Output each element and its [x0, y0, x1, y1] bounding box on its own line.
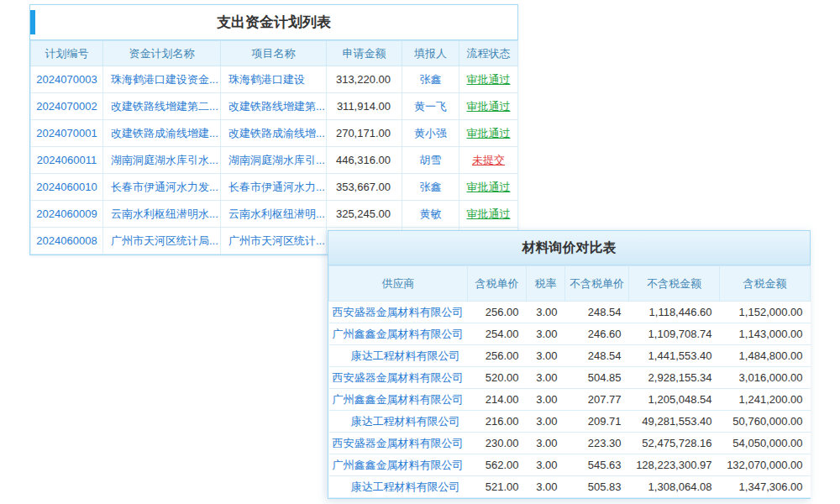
expense-fund-plan-table: 计划编号资金计划名称项目名称申请金额填报人流程状态2024070003珠海鹤港口…: [30, 40, 518, 255]
header-row: 计划编号资金计划名称项目名称申请金额填报人流程状态: [31, 41, 518, 66]
cell-status[interactable]: 审批通过: [459, 120, 518, 147]
column-header-status: 流程状态: [459, 41, 518, 66]
cell-plan-no[interactable]: 2024060008: [31, 228, 103, 255]
cell-fund-plan-name[interactable]: 广州市天河区统计局...: [103, 228, 221, 255]
cell-fund-plan-name[interactable]: 珠海鹤港口建设资金...: [103, 66, 221, 93]
cell-tax-incl-price: 520.00: [468, 367, 527, 389]
cell-tax-excl-amount: 128,223,300.97: [629, 454, 720, 476]
title-accent-bar: [30, 10, 35, 34]
table-row: 广州鑫鑫金属材料有限公司254.003.00246.601,109,708.74…: [329, 323, 811, 345]
column-header-plan-no: 计划编号: [31, 41, 103, 66]
cell-supplier[interactable]: 广州鑫鑫金属材料有限公司: [329, 389, 468, 411]
cell-status[interactable]: 审批通过: [459, 66, 518, 93]
cell-tax-incl-amount: 1,347,306.00: [720, 476, 811, 498]
expense-fund-plan-title-row: 支出资金计划列表: [30, 5, 517, 40]
cell-supplier[interactable]: 西安盛器金属材料有限公司: [329, 433, 468, 454]
cell-tax-incl-price: 256.00: [468, 345, 527, 367]
cell-project-name[interactable]: 湖南洞庭湖水库引...: [221, 147, 327, 174]
cell-filler[interactable]: 胡雪: [402, 147, 459, 174]
cell-tax-incl-amount: 54,050,000.00: [720, 433, 811, 454]
cell-tax-excl-price: 248.54: [565, 345, 629, 367]
cell-tax-excl-amount: 1,205,048.54: [629, 389, 720, 411]
cell-tax-excl-price: 223.30: [565, 433, 629, 454]
cell-project-name[interactable]: 云南水利枢纽潜明...: [221, 201, 327, 228]
cell-plan-no[interactable]: 2024060010: [31, 174, 103, 201]
cell-tax-incl-price: 216.00: [468, 411, 527, 433]
cell-plan-no[interactable]: 2024060011: [31, 147, 103, 174]
table-row: 西安盛器金属材料有限公司256.003.00248.541,118,446.60…: [329, 302, 811, 323]
cell-tax-excl-amount: 49,281,553.40: [629, 411, 720, 433]
cell-filler[interactable]: 黄敏: [402, 201, 459, 228]
table-row: 广州鑫鑫金属材料有限公司214.003.00207.771,205,048.54…: [329, 389, 811, 411]
cell-apply-amount: 325,245.00: [327, 201, 402, 228]
cell-tax-incl-amount: 1,143,000.00: [720, 323, 811, 345]
column-header-tax-incl-price: 含税单价: [468, 266, 527, 302]
cell-tax-excl-amount: 1,118,446.60: [629, 302, 720, 323]
cell-tax-excl-price: 207.77: [565, 389, 629, 411]
cell-apply-amount: 311,914.00: [327, 93, 402, 120]
cell-tax-excl-amount: 1,308,064.08: [629, 476, 720, 498]
material-inquiry-table: 供应商含税单价税率不含税单价不含税金额含税金额西安盛器金属材料有限公司256.0…: [328, 265, 811, 498]
cell-apply-amount: 313,220.00: [327, 66, 402, 93]
cell-project-name[interactable]: 改建铁路成渝线增...: [221, 120, 327, 147]
cell-plan-no[interactable]: 2024060009: [31, 201, 103, 228]
cell-filler[interactable]: 张鑫: [402, 66, 459, 93]
cell-apply-amount: 446,316.00: [327, 147, 402, 174]
cell-supplier[interactable]: 广州鑫鑫金属材料有限公司: [329, 323, 468, 345]
cell-plan-no[interactable]: 2024070003: [31, 66, 103, 93]
table-row: 广州鑫鑫金属材料有限公司562.003.00545.63128,223,300.…: [329, 454, 811, 476]
cell-status[interactable]: 未提交: [459, 147, 518, 174]
table-row: 2024060011湖南洞庭湖水库引水...湖南洞庭湖水库引...446,316…: [31, 147, 518, 174]
table-row: 康达工程材料有限公司521.003.00505.831,308,064.081,…: [329, 476, 811, 498]
cell-supplier[interactable]: 康达工程材料有限公司: [329, 476, 468, 498]
cell-tax-excl-amount: 2,928,155.34: [629, 367, 720, 389]
cell-plan-no[interactable]: 2024070002: [31, 93, 103, 120]
cell-project-name[interactable]: 广州市天河区统计...: [221, 228, 327, 255]
cell-status[interactable]: 审批通过: [459, 174, 518, 201]
cell-supplier[interactable]: 康达工程材料有限公司: [329, 345, 468, 367]
material-inquiry-title: 材料询价对比表: [522, 240, 617, 255]
table-row: 2024070003珠海鹤港口建设资金...珠海鹤港口建设313,220.00张…: [31, 66, 518, 93]
cell-supplier[interactable]: 西安盛器金属材料有限公司: [329, 302, 468, 323]
column-header-filler: 填报人: [402, 41, 459, 66]
cell-project-name[interactable]: 改建铁路线增建第...: [221, 93, 327, 120]
cell-tax-incl-amount: 132,070,000.00: [720, 454, 811, 476]
table-row: 2024070002改建铁路线增建第二...改建铁路线增建第...311,914…: [31, 93, 518, 120]
cell-fund-plan-name[interactable]: 改建铁路成渝线增建...: [103, 120, 221, 147]
table-row: 康达工程材料有限公司256.003.00248.541,441,553.401,…: [329, 345, 811, 367]
cell-supplier[interactable]: 西安盛器金属材料有限公司: [329, 367, 468, 389]
cell-tax-rate: 3.00: [527, 345, 565, 367]
cell-project-name[interactable]: 长春市伊通河水力...: [221, 174, 327, 201]
cell-tax-rate: 3.00: [527, 389, 565, 411]
column-header-project-name: 项目名称: [221, 41, 327, 66]
cell-tax-excl-amount: 1,109,708.74: [629, 323, 720, 345]
cell-project-name[interactable]: 珠海鹤港口建设: [221, 66, 327, 93]
table-row: 西安盛器金属材料有限公司230.003.00223.3052,475,728.1…: [329, 433, 811, 454]
cell-fund-plan-name[interactable]: 湖南洞庭湖水库引水...: [103, 147, 221, 174]
cell-tax-rate: 3.00: [527, 454, 565, 476]
column-header-tax-rate: 税率: [527, 266, 565, 302]
cell-tax-excl-amount: 1,441,553.40: [629, 345, 720, 367]
cell-status[interactable]: 审批通过: [459, 93, 518, 120]
cell-supplier[interactable]: 康达工程材料有限公司: [329, 411, 468, 433]
cell-tax-incl-amount: 1,152,000.00: [720, 302, 811, 323]
cell-plan-no[interactable]: 2024070001: [31, 120, 103, 147]
cell-fund-plan-name[interactable]: 云南水利枢纽潜明水...: [103, 201, 221, 228]
cell-tax-excl-price: 545.63: [565, 454, 629, 476]
cell-tax-excl-price: 246.60: [565, 323, 629, 345]
cell-tax-incl-amount: 1,241,200.00: [720, 389, 811, 411]
cell-filler[interactable]: 黄小强: [402, 120, 459, 147]
header-row: 供应商含税单价税率不含税单价不含税金额含税金额: [329, 266, 811, 302]
cell-supplier[interactable]: 广州鑫鑫金属材料有限公司: [329, 454, 468, 476]
table-row: 2024060009云南水利枢纽潜明水...云南水利枢纽潜明...325,245…: [31, 201, 518, 228]
cell-tax-incl-price: 214.00: [468, 389, 527, 411]
cell-fund-plan-name[interactable]: 改建铁路线增建第二...: [103, 93, 221, 120]
column-header-tax-excl-price: 不含税单价: [565, 266, 629, 302]
cell-status[interactable]: 审批通过: [459, 201, 518, 228]
cell-tax-incl-price: 562.00: [468, 454, 527, 476]
cell-fund-plan-name[interactable]: 长春市伊通河水力发...: [103, 174, 221, 201]
cell-tax-incl-price: 256.00: [468, 302, 527, 323]
cell-filler[interactable]: 张鑫: [402, 174, 459, 201]
cell-tax-incl-amount: 1,484,800.00: [720, 345, 811, 367]
cell-filler[interactable]: 黄一飞: [402, 93, 459, 120]
